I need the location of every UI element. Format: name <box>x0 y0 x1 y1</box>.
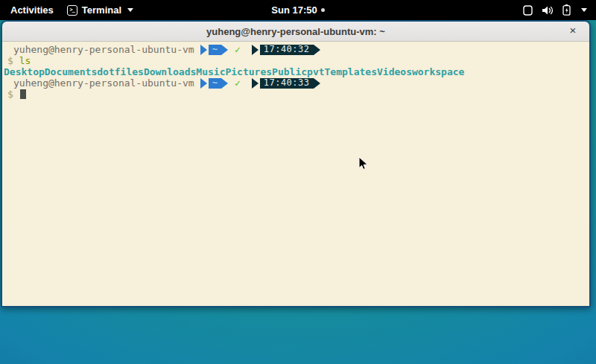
terminal-body[interactable]: yuheng@henry-personal-ubuntu-vm ~ ✓ 17:4… <box>2 42 589 306</box>
dir-entry: Desktop <box>4 66 45 77</box>
dir-entry: pvt <box>307 66 324 77</box>
activities-button[interactable]: Activities <box>7 3 57 17</box>
powerline-arrow-icon <box>221 45 228 55</box>
check-icon: ✓ <box>235 44 241 55</box>
notification-dot-icon <box>321 8 325 12</box>
system-status-area[interactable] <box>523 4 596 16</box>
prompt-symbol: $ <box>4 89 13 100</box>
top-bar: Activities >_ Terminal Sun 17:50 <box>0 0 596 20</box>
powerline-arrow-icon <box>200 45 207 55</box>
chevron-down-icon <box>127 8 133 12</box>
prompt-time: 17:40:32 <box>260 45 314 55</box>
check-icon: ✓ <box>235 77 241 89</box>
dir-entry: Downloads <box>144 66 196 77</box>
dir-entry: Templates <box>325 66 377 77</box>
top-bar-left: Activities >_ Terminal <box>0 3 133 17</box>
app-menu-terminal[interactable]: >_ Terminal <box>67 4 133 16</box>
powerline-arrow-icon <box>314 78 320 89</box>
dir-entry: Documents <box>45 66 97 77</box>
powerline-path-segment: ~ <box>200 78 228 89</box>
prompt-line: yuheng@henry-personal-ubuntu-vm ~ ✓ 17:4… <box>4 77 588 89</box>
text-cursor <box>20 89 26 99</box>
powerline-arrow-icon <box>252 45 259 55</box>
prompt-line: yuheng@henry-personal-ubuntu-vm ~ ✓ 17:4… <box>4 44 588 55</box>
close-button[interactable]: × <box>566 25 580 38</box>
powerline-time-segment: 17:40:32 <box>252 45 320 55</box>
volume-icon <box>542 5 554 16</box>
battery-charging-icon <box>562 4 571 16</box>
desktop: { "top_bar": { "activities_label": "Acti… <box>0 0 596 364</box>
command-line: $ ls <box>4 55 588 66</box>
dir-entry: Videos <box>377 66 412 77</box>
prompt-user-host: yuheng@henry-personal-ubuntu-vm <box>4 77 194 89</box>
terminal-window: yuheng@henry-personal-ubuntu-vm: ~ × yuh… <box>1 20 591 307</box>
powerline-arrow-icon <box>252 78 259 89</box>
clock[interactable]: Sun 17:50 <box>271 4 317 16</box>
dir-entry: Music <box>196 66 225 77</box>
ls-output-row: Desktop Documents dotfiles Downloads Mus… <box>4 66 588 77</box>
dir-entry: Pictures <box>225 66 272 77</box>
powerline-arrow-icon <box>200 78 207 89</box>
display-icon <box>523 5 533 16</box>
prompt-path: ~ <box>209 45 221 55</box>
powerline-arrow-icon <box>221 78 228 89</box>
prompt-path: ~ <box>209 78 221 89</box>
window-title: yuheng@henry-personal-ubuntu-vm: ~ <box>206 26 385 37</box>
prompt-user-host: yuheng@henry-personal-ubuntu-vm <box>4 44 194 55</box>
powerline-path-segment: ~ <box>200 45 228 55</box>
mouse-cursor-icon <box>358 156 369 174</box>
prompt-symbol: $ <box>4 55 13 66</box>
dir-entry: workspace <box>412 66 464 77</box>
typed-command: ls <box>19 55 31 66</box>
input-line: $ <box>4 89 588 100</box>
powerline-arrow-icon <box>314 45 320 55</box>
prompt-time: 17:40:33 <box>260 78 314 89</box>
terminal-icon: >_ <box>67 5 77 16</box>
window-titlebar[interactable]: yuheng@henry-personal-ubuntu-vm: ~ × <box>2 22 589 42</box>
app-menu-label: Terminal <box>82 4 121 16</box>
chevron-down-icon <box>581 8 587 12</box>
dir-entry: dotfiles <box>97 66 144 77</box>
powerline-time-segment: 17:40:33 <box>252 78 320 89</box>
dir-entry: Public <box>272 66 307 77</box>
